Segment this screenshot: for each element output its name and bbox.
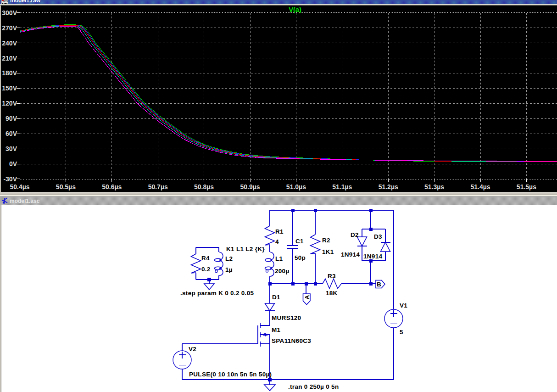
label-V1-value[interactable]: 5	[400, 329, 403, 336]
schematic-wires[interactable]	[182, 210, 394, 385]
inductor-L1[interactable]	[265, 252, 274, 276]
label-V2-ref[interactable]: V2	[189, 346, 196, 353]
ground-flag-main[interactable]	[264, 385, 275, 391]
junction-dot-11	[207, 278, 211, 281]
traces	[20, 25, 557, 162]
inductor-L1-part-4[interactable]	[266, 270, 268, 272]
voltage-source-V1-part-2[interactable]	[390, 310, 397, 324]
label-D1-value[interactable]: MURS120	[272, 314, 301, 321]
label-step-directive[interactable]: .step param K 0 0.2 0.05	[180, 290, 254, 297]
inductor-L2-part-4[interactable]	[215, 270, 217, 272]
y-tick-label: 120V	[2, 100, 17, 107]
x-tick-label: 51.5µs	[517, 183, 536, 190]
inductor-L1-part-1[interactable]	[270, 252, 274, 276]
label-D1-ref[interactable]: D1	[272, 294, 280, 301]
ground-flag-main-part-1[interactable]	[264, 385, 275, 391]
x-tick-label: 51.1µs	[332, 183, 352, 190]
label-D3-ref[interactable]: D3	[374, 233, 382, 240]
label-L2-value[interactable]: 1µ	[225, 266, 233, 273]
voltage-source-V2-part-2[interactable]	[179, 352, 186, 365]
schematic-canvas[interactable]: R1 4 L1 200µ C1 50p R2 1K1 D2 D3 1N914 1…	[0, 205, 557, 392]
capacitor-C1[interactable]	[287, 246, 298, 248]
voltage-source-V2[interactable]	[173, 351, 191, 369]
resistor-R1[interactable]	[265, 226, 275, 245]
resistor-R4[interactable]	[191, 254, 201, 273]
x-tick-label: 50.6µs	[102, 183, 122, 190]
label-R4-ref[interactable]: R4	[201, 255, 210, 262]
x-tick-label: 51.0µs	[286, 183, 306, 190]
y-tick-label: 0V	[9, 160, 17, 168]
schematic-symbols[interactable]	[173, 226, 403, 391]
waveform-window-titlebar[interactable]: model1.raw	[0, 0, 557, 4]
label-C1-value[interactable]: 50p	[295, 254, 306, 261]
resistor-R3[interactable]	[323, 279, 341, 289]
trace-1[interactable]	[20, 25, 557, 162]
y-tick-label: 60V	[6, 130, 17, 137]
window-border	[0, 6, 1, 192]
label-L2-ref[interactable]: L2	[225, 255, 233, 262]
label-V2-value[interactable]: PULSE(0 10 10n 5n 5n 50µ)	[189, 371, 272, 378]
diode-D1[interactable]	[265, 303, 275, 311]
ground-flag-k-part-1[interactable]	[204, 284, 214, 290]
y-tick-label: 300V	[2, 9, 17, 17]
trace-legend[interactable]: V(a)	[289, 6, 301, 13]
plot-grid	[20, 13, 557, 179]
junction-dot-3	[369, 209, 373, 212]
label-R2-ref[interactable]: R2	[322, 237, 330, 244]
diode-D2-part-1[interactable]	[357, 237, 367, 246]
y-tick-label: 270V	[2, 24, 17, 32]
y-axis-labels: 300V270V240V210V180V150V120V90V60V30V0V-…	[2, 9, 17, 183]
label-net-B[interactable]: B	[377, 281, 381, 288]
resistor-R2[interactable]	[311, 235, 320, 254]
junction-dot-6	[369, 282, 373, 286]
trace-4[interactable]	[20, 26, 557, 162]
trace-5[interactable]	[20, 26, 557, 161]
junction-dot-5	[369, 259, 373, 263]
label-R3-ref[interactable]: R3	[328, 273, 336, 280]
label-L1-value[interactable]: 200µ	[275, 268, 290, 274]
y-tick-label: 180V	[2, 69, 17, 77]
label-M1-ref[interactable]: M1	[272, 326, 281, 333]
label-D3-value[interactable]: 1N914	[363, 253, 382, 260]
junction-dot-8	[291, 282, 295, 286]
y-tick-label: 90V	[6, 115, 17, 122]
diode-D3-part-1[interactable]	[381, 242, 390, 252]
diode-D1-part-1[interactable]	[265, 303, 275, 311]
waveform-window-icon	[1, 0, 8, 4]
x-tick-label: 50.8µs	[194, 183, 214, 190]
voltage-source-V1[interactable]	[384, 309, 403, 328]
label-D2-ref[interactable]: D2	[351, 231, 359, 238]
waveform-plot[interactable]: 300V270V240V210V180V150V120V90V60V30V0V-…	[0, 6, 557, 192]
schematic-window-icon	[2, 197, 9, 205]
label-R1-ref[interactable]: R1	[275, 228, 284, 235]
schematic-window: R1 4 L1 200µ C1 50p R2 1K1 D2 D3 1N914 1…	[0, 205, 557, 392]
y-tick-label: 30V	[6, 145, 17, 152]
label-net-A[interactable]: A	[304, 295, 311, 299]
diode-D3[interactable]	[381, 242, 390, 252]
label-K1-directive[interactable]: K1 L1 L2 {K}	[226, 246, 265, 252]
waveform-plot-pane[interactable]: 300V270V240V210V180V150V120V90V60V30V0V-…	[0, 6, 557, 192]
ground-flag-k[interactable]	[204, 284, 214, 290]
label-M1-value[interactable]: SPA11N60C3	[272, 337, 311, 344]
x-tick-label: 50.9µs	[240, 183, 260, 190]
junction-dot-4	[369, 228, 373, 231]
label-C1-ref[interactable]: C1	[295, 238, 304, 245]
trace-3[interactable]	[20, 25, 557, 162]
inductor-L2[interactable]	[215, 252, 223, 275]
label-tran-directive[interactable]: .tran 0 250µ 0 5n	[288, 383, 339, 390]
junction-dot-10	[314, 282, 317, 286]
diode-D2[interactable]	[357, 237, 367, 246]
x-tick-label: 50.4µs	[10, 183, 29, 190]
label-R3-value[interactable]: 18K	[326, 290, 338, 297]
mosfet-M1[interactable]	[258, 323, 270, 347]
trace-2[interactable]	[20, 25, 557, 162]
label-R1-value[interactable]: 4	[275, 238, 279, 245]
x-tick-label: 51.4µs	[470, 183, 490, 190]
label-V1-ref[interactable]: V1	[400, 302, 407, 309]
label-R2-value[interactable]: 1K1	[322, 248, 334, 255]
schematic-window-titlebar[interactable]: model1.asc	[0, 196, 557, 205]
inductor-L2-part-1[interactable]	[219, 252, 223, 275]
label-R4-value[interactable]: 0.2	[201, 266, 211, 273]
label-D2-value[interactable]: 1N914	[341, 251, 360, 258]
label-L1-ref[interactable]: L1	[275, 255, 283, 262]
